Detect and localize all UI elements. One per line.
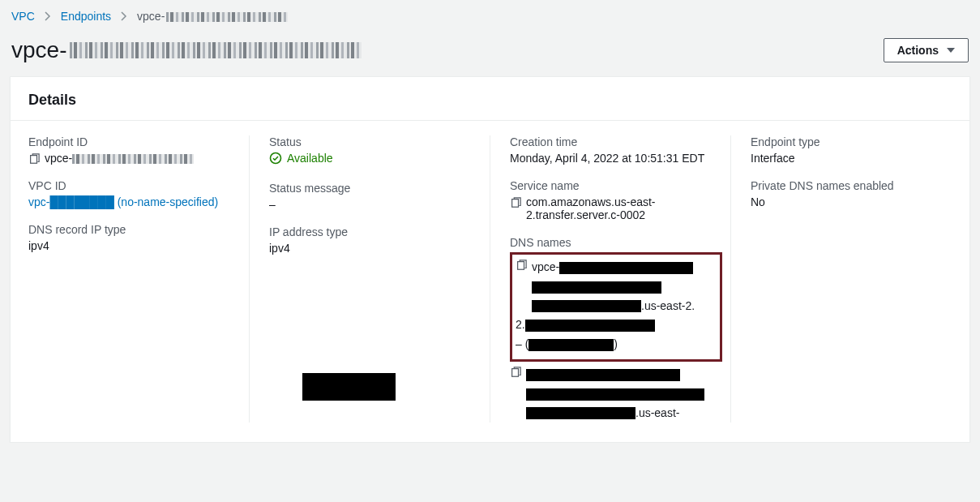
status-message-value: –	[269, 198, 470, 211]
breadcrumb-endpoints[interactable]: Endpoints	[61, 10, 111, 23]
svg-rect-3	[518, 262, 524, 270]
dns-names-label: DNS names	[510, 236, 711, 249]
dns-name-2: .us-east-	[526, 365, 711, 423]
dns-name-1: vpce- .us-east-2. 2. – ()	[532, 258, 715, 354]
copy-icon[interactable]	[510, 367, 521, 378]
svg-rect-0	[31, 156, 37, 164]
breadcrumb: VPC Endpoints vpce-	[10, 6, 970, 37]
dns-record-ip-type-label: DNS record IP type	[28, 223, 229, 236]
chevron-down-icon	[947, 48, 955, 53]
vpc-id-label: VPC ID	[28, 179, 229, 192]
service-name-value: com.amazonaws.us-east-2.transfer.server.…	[526, 195, 711, 221]
status-message-label: Status message	[269, 182, 470, 195]
dns-names-highlight: vpce- .us-east-2. 2. – ()	[510, 252, 722, 362]
check-circle-icon	[269, 152, 282, 165]
copy-icon[interactable]	[516, 260, 527, 271]
svg-rect-2	[512, 200, 519, 208]
copy-icon[interactable]	[510, 197, 521, 208]
creation-time-label: Creation time	[510, 135, 711, 148]
details-col-1: Endpoint ID vpce- VPC ID vpc-████████ (n…	[28, 135, 249, 423]
endpoint-id-value: vpce-	[45, 152, 194, 165]
status-label: Status	[269, 135, 470, 148]
details-col-4: Endpoint type Interface Private DNS name…	[730, 135, 952, 423]
ip-address-type-value: ipv4	[269, 242, 470, 255]
dns-record-ip-type-value: ipv4	[28, 239, 229, 252]
endpoint-id-label: Endpoint ID	[28, 135, 229, 148]
breadcrumb-current: vpce-	[137, 10, 288, 23]
actions-button[interactable]: Actions	[884, 38, 969, 62]
private-dns-enabled-label: Private DNS names enabled	[751, 179, 952, 192]
private-dns-enabled-value: No	[751, 195, 952, 208]
breadcrumb-vpc[interactable]: VPC	[11, 10, 35, 23]
endpoint-type-label: Endpoint type	[751, 135, 952, 148]
details-col-3: Creation time Monday, April 4, 2022 at 1…	[490, 135, 730, 423]
details-heading: Details	[11, 77, 969, 121]
creation-time-value: Monday, April 4, 2022 at 10:51:31 EDT	[510, 152, 711, 165]
service-name-label: Service name	[510, 179, 711, 192]
svg-rect-4	[512, 369, 519, 377]
chevron-right-icon	[45, 11, 51, 21]
page-title: vpce-	[11, 37, 362, 63]
copy-icon[interactable]	[28, 153, 40, 165]
details-panel: Details Endpoint ID vpce- VPC ID vp	[10, 76, 970, 443]
actions-button-label: Actions	[897, 44, 939, 57]
endpoint-type-value: Interface	[751, 152, 952, 165]
redaction-block	[302, 373, 396, 401]
chevron-right-icon	[121, 11, 127, 21]
status-value: Available	[269, 152, 333, 165]
ip-address-type-label: IP address type	[269, 225, 470, 238]
vpc-id-link[interactable]: vpc-████████ (no-name-specified)	[28, 195, 218, 208]
